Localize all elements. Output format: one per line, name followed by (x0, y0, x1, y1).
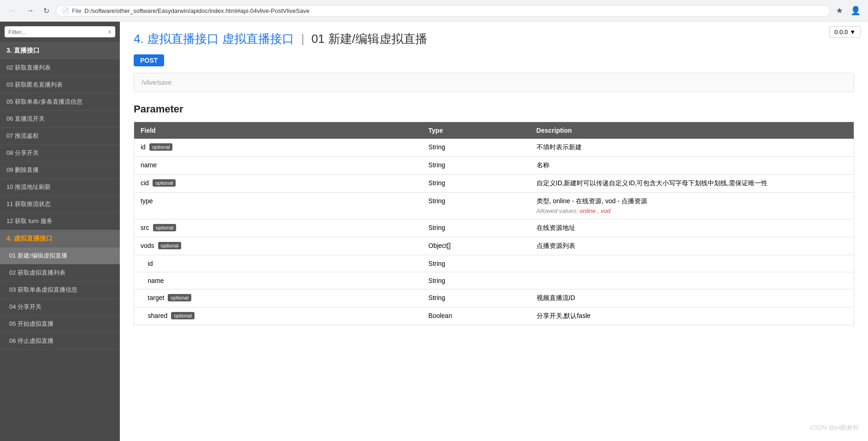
desc-text: 在线资源地址 (537, 224, 575, 231)
sidebar-subitem-01vlive[interactable]: 01 新建/编辑虚拟直播 (0, 247, 120, 265)
table-cell-type: String (422, 272, 530, 289)
field-name: cid (141, 179, 149, 187)
content-area: 4. 虚拟直播接口 虚拟直播接口 | 01 新建/编辑虚拟直播 POST /vl… (120, 22, 868, 344)
method-badge: POST (134, 54, 164, 66)
sidebar-item-11live[interactable]: 11 获取推流状态 (0, 196, 120, 213)
title-section-num: 4. (134, 32, 144, 46)
forward-button[interactable]: → (23, 4, 37, 18)
table-header-field: Field (134, 122, 422, 139)
table-row: nameString (134, 272, 854, 289)
sidebar-item-05live[interactable]: 05 获取单条/多条直播流信息 (0, 94, 120, 111)
table-cell-desc: 不填时表示新建 (530, 139, 854, 157)
sidebar-item-09live[interactable]: 09 删除直播 (0, 162, 120, 179)
main-content: 0.0.0 ▼ 4. 虚拟直播接口 虚拟直播接口 | 01 新建/编辑虚拟直播 … (120, 22, 868, 441)
file-icon: 📄 (62, 7, 69, 14)
param-table: Field Type Description idoptionalString不… (134, 122, 854, 325)
optional-badge: optional (153, 179, 176, 187)
address-bar: 📄 File D:/software/other_software/Easyda… (56, 5, 830, 17)
param-section-title: Parameter (134, 103, 854, 115)
table-cell-type: String (422, 193, 530, 219)
table-cell-field: cidoptional (134, 175, 422, 193)
address-text: D:/software/other_software/Easydarwin/ap… (84, 7, 824, 14)
field-name: id (141, 143, 146, 151)
desc-text: 点播资源列表 (537, 242, 575, 249)
field-name: name (141, 161, 157, 169)
table-cell-field: idoptional (134, 139, 422, 157)
field-name: name (141, 277, 164, 284)
table-cell-desc: 分享开关,默认fasle (530, 307, 854, 325)
sidebar-item-10live[interactable]: 10 推流地址刷新 (0, 179, 120, 196)
title-divider: | (301, 32, 307, 46)
table-row: cidoptionalString自定义ID,新建时可以传递自定义ID,可包含大… (134, 175, 854, 193)
sidebar-item-06live[interactable]: 06 直播流开关 (0, 111, 120, 128)
field-name: type (141, 197, 153, 205)
reload-button[interactable]: ↻ (41, 5, 52, 17)
endpoint-box: /vlive/save (134, 73, 854, 92)
sidebar-item-02live[interactable]: 02 获取直播列表 (0, 59, 120, 76)
field-name: src (141, 224, 149, 231)
sidebar-item-03live[interactable]: 03 获取匿名直播列表 (0, 76, 120, 94)
chevron-down-icon: ▼ (850, 29, 856, 35)
optional-badge: optional (149, 143, 173, 151)
table-cell-desc: 类型, online - 在线资源, vod - 点播资源Allowed val… (530, 193, 854, 219)
star-button[interactable]: ★ (834, 4, 845, 18)
table-cell-desc: 视频直播流ID (530, 289, 854, 307)
table-row: idString (134, 255, 854, 272)
table-cell-desc (530, 255, 854, 272)
filter-input[interactable] (8, 29, 105, 35)
allowed-values: Allowed values: online , vod (537, 207, 847, 214)
desc-text: 视频直播流ID (537, 294, 575, 301)
sidebar-item-08live[interactable]: 08 分享开关 (0, 145, 120, 162)
table-cell-field: sharedoptional (134, 307, 422, 325)
sidebar-subitem-04vlive[interactable]: 04 分享开关 (0, 299, 120, 316)
sidebar-subitem-06vlive[interactable]: 06 停止虚拟直播 (0, 333, 120, 350)
table-cell-field: targetoptional (134, 289, 422, 307)
table-row: sharedoptionalBoolean分享开关,默认fasle (134, 307, 854, 325)
table-row: idoptionalString不填时表示新建 (134, 139, 854, 157)
filter-clear-button[interactable]: × (108, 28, 112, 35)
table-cell-type: String (422, 289, 530, 307)
table-cell-desc: 点播资源列表 (530, 237, 854, 255)
sidebar-filter-area: × (0, 22, 120, 42)
optional-badge: optional (153, 224, 177, 231)
sidebar-item-12live[interactable]: 12 获取 turn 服务 (0, 213, 120, 230)
file-label: File (72, 7, 82, 14)
table-header-desc: Description (530, 122, 854, 139)
sidebar-subitem-05vlive[interactable]: 05 开始虚拟直播 (0, 316, 120, 333)
table-cell-type: String (422, 255, 530, 272)
table-row: nameString名称 (134, 157, 854, 175)
table-cell-desc: 在线资源地址 (530, 219, 854, 237)
optional-badge: optional (168, 294, 191, 301)
table-row: vodsoptionalObject[]点播资源列表 (134, 237, 854, 255)
sidebar-item-07live[interactable]: 07 推流鉴权 (0, 128, 120, 145)
field-name: id (141, 260, 153, 267)
desc-text: 分享开关,默认fasle (537, 312, 590, 319)
table-cell-type: Boolean (422, 307, 530, 325)
filter-input-wrap: × (5, 26, 115, 37)
sidebar-subitem-02vlive[interactable]: 02 获取虚拟直播列表 (0, 265, 120, 282)
optional-badge: optional (171, 312, 195, 319)
profile-button[interactable]: 👤 (849, 4, 862, 18)
app-container: × 3. 直播接口 02 获取直播列表 03 获取匿名直播列表 05 获取单条/… (0, 22, 868, 441)
table-cell-desc: 自定义ID,新建时可以传递自定义ID,可包含大小写字母下划线中划线,需保证唯一性 (530, 175, 854, 193)
table-cell-type: String (422, 157, 530, 175)
table-cell-field: id (134, 255, 422, 272)
table-cell-type: String (422, 175, 530, 193)
table-cell-field: srcoptional (134, 219, 422, 237)
top-bar: 0.0.0 ▼ (829, 26, 861, 38)
sidebar-section-4[interactable]: 4. 虚拟直播接口 (0, 230, 120, 247)
table-row: typeString类型, online - 在线资源, vod - 点播资源A… (134, 193, 854, 219)
title-api-name: 01 新建/编辑虚拟直播 (311, 32, 427, 46)
title-section-name: 虚拟直播接口 (147, 32, 219, 46)
title-section-name-text: 虚拟直播接口 (222, 32, 294, 46)
version-dropdown[interactable]: 0.0.0 ▼ (829, 26, 861, 38)
browser-actions: ★ 👤 (834, 4, 862, 18)
browser-chrome: ← → ↻ 📄 File D:/software/other_software/… (0, 0, 868, 22)
sidebar-subitem-03vlive[interactable]: 03 获取单条虚拟直播信息 (0, 282, 120, 299)
allowed-values-text: online , vod (580, 207, 611, 214)
back-button[interactable]: ← (6, 4, 19, 18)
sidebar: × 3. 直播接口 02 获取直播列表 03 获取匿名直播列表 05 获取单条/… (0, 22, 120, 441)
table-row: targetoptionalString视频直播流ID (134, 289, 854, 307)
field-name: shared (141, 312, 167, 319)
sidebar-section-3[interactable]: 3. 直播接口 (0, 42, 120, 59)
